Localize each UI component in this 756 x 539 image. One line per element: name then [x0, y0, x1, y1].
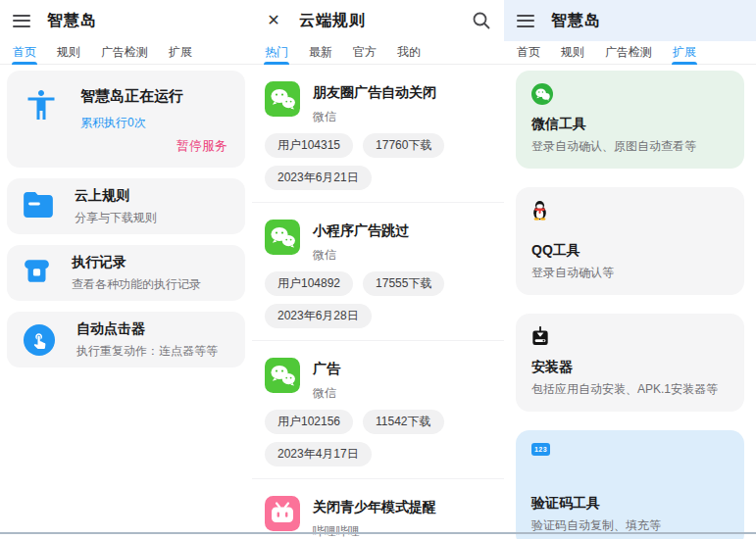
- home-panel: 智慧岛 首页 规则 广告检测 扩展 智慧岛正在运行 累积执行0次 暂停服务: [0, 0, 252, 539]
- rule-title: 广告: [313, 361, 340, 378]
- tab-official[interactable]: 官方: [353, 41, 377, 64]
- downloads-chip: 11542下载: [363, 410, 443, 434]
- folder-icon: [24, 192, 53, 221]
- card-title: 执行记录: [72, 254, 201, 271]
- wechat-icon: [265, 358, 300, 393]
- status-title: 智慧岛正在运行: [80, 87, 183, 106]
- cloud-rules-panel: ✕ 云端规则 热门 最新 官方 我的 朋友圈广告自动关闭 微信: [252, 0, 504, 539]
- extensions-header: 智慧岛: [504, 0, 756, 41]
- bilibili-icon: [265, 496, 300, 531]
- date-chip: 2023年4月17日: [265, 442, 372, 466]
- search-icon[interactable]: [472, 11, 491, 30]
- home-tabbar: 首页 规则 广告检测 扩展: [0, 41, 252, 65]
- extension-title: 微信工具: [531, 116, 729, 133]
- wechat-icon: [265, 81, 300, 117]
- tab-rules[interactable]: 规则: [57, 41, 80, 64]
- card-title: 自动点击器: [76, 320, 218, 338]
- cloud-rules-header: ✕ 云端规则: [252, 0, 504, 41]
- installer-icon: [531, 326, 729, 350]
- extension-subtitle: 登录自动确认等: [531, 265, 729, 281]
- sms-code-tools-card[interactable]: 123 验证码工具 验证码自动复制、填充等: [516, 430, 744, 539]
- auto-clicker-card[interactable]: 自动点击器 执行重复动作：连点器等等: [7, 312, 245, 368]
- rule-app: 哔哩哔哩: [313, 523, 436, 539]
- extension-subtitle: 包括应用自动安装、APK.1安装器等: [531, 381, 729, 398]
- list-item[interactable]: 广告 微信 用户102156 11542下载 2023年4月17日: [252, 341, 504, 479]
- rules-tabbar: 热门 最新 官方 我的: [252, 41, 504, 65]
- list-item[interactable]: 关闭青少年模式提醒 哔哩哔哩 用户100001 10742下载 2023年3月1…: [252, 479, 504, 539]
- extensions-panel: 智慧岛 首页 规则 广告检测 扩展 微信工具 登录自动确认、原图自动查看等: [504, 0, 756, 539]
- sms-code-icon: 123: [531, 443, 550, 456]
- auto-clicker-icon: [24, 324, 55, 356]
- app-window: 智慧岛 首页 规则 广告检测 扩展 智慧岛正在运行 累积执行0次 暂停服务: [0, 0, 756, 539]
- service-status-card[interactable]: 智慧岛正在运行 累积执行0次 暂停服务: [7, 71, 245, 168]
- extension-title: 安装器: [531, 359, 729, 376]
- page-title: 智慧岛: [47, 11, 97, 31]
- card-subtitle: 执行重复动作：连点器等等: [76, 343, 218, 360]
- rule-app: 微信: [313, 385, 340, 402]
- tab-home[interactable]: 首页: [13, 41, 36, 64]
- tab-extensions[interactable]: 扩展: [673, 41, 696, 64]
- tab-extensions[interactable]: 扩展: [169, 41, 192, 64]
- home-header: 智慧岛: [0, 0, 252, 41]
- record-icon: [24, 258, 50, 288]
- extensions-content: 微信工具 登录自动确认、原图自动查看等 QQ工具 登录自动确认等 安装器: [504, 65, 756, 539]
- list-item[interactable]: 小程序广告跳过 微信 用户104892 17555下载 2023年6月28日: [252, 203, 504, 341]
- installer-card[interactable]: 安装器 包括应用自动安装、APK.1安装器等: [516, 314, 744, 412]
- wechat-tools-card[interactable]: 微信工具 登录自动确认、原图自动查看等: [516, 71, 744, 169]
- window-bottom-edge: [0, 532, 756, 534]
- rules-list: 朋友圈广告自动关闭 微信 用户104315 17760下载 2023年6月21日: [252, 65, 504, 539]
- downloads-chip: 17555下载: [363, 271, 444, 296]
- users-chip: 用户104892: [265, 271, 353, 296]
- rule-title: 小程序广告跳过: [313, 222, 409, 240]
- page-title: 云端规则: [299, 11, 366, 31]
- execution-records-card[interactable]: 执行记录 查看各种功能的执行记录: [7, 245, 245, 301]
- extension-subtitle: 登录自动确认、原图自动查看等: [531, 138, 729, 155]
- tab-ad-detect[interactable]: 广告检测: [101, 41, 148, 64]
- wechat-circle-icon: [531, 83, 729, 109]
- accessibility-icon: [24, 87, 59, 153]
- pause-service-button[interactable]: 暂停服务: [176, 137, 227, 155]
- rule-title: 关闭青少年模式提醒: [313, 499, 436, 516]
- tab-mine[interactable]: 我的: [397, 41, 421, 64]
- close-icon[interactable]: ✕: [265, 12, 282, 29]
- tab-rules[interactable]: 规则: [561, 41, 584, 64]
- extensions-tabbar: 首页 规则 广告检测 扩展: [504, 41, 756, 65]
- qq-icon: [531, 200, 729, 224]
- tab-home[interactable]: 首页: [517, 41, 540, 64]
- home-content: 智慧岛正在运行 累积执行0次 暂停服务 云上规则 分享与下载规则: [0, 65, 252, 373]
- hamburger-menu-icon[interactable]: [13, 15, 30, 27]
- hamburger-menu-icon[interactable]: [517, 15, 534, 27]
- cloud-rules-card[interactable]: 云上规则 分享与下载规则: [7, 178, 245, 234]
- date-chip: 2023年6月28日: [265, 304, 372, 328]
- tab-ad-detect[interactable]: 广告检测: [605, 41, 652, 64]
- wechat-icon: [265, 220, 300, 255]
- rule-title: 朋友圈广告自动关闭: [313, 84, 436, 102]
- tab-hot[interactable]: 热门: [265, 41, 288, 64]
- qq-tools-card[interactable]: QQ工具 登录自动确认等: [516, 187, 744, 295]
- users-chip: 用户102156: [265, 410, 353, 434]
- date-chip: 2023年6月21日: [265, 166, 372, 190]
- card-subtitle: 分享与下载规则: [75, 210, 157, 226]
- rule-app: 微信: [313, 109, 436, 125]
- downloads-chip: 17760下载: [363, 133, 444, 158]
- users-chip: 用户104315: [265, 133, 353, 158]
- card-subtitle: 查看各种功能的执行记录: [72, 276, 201, 293]
- extension-title: QQ工具: [531, 242, 729, 260]
- list-item[interactable]: 朋友圈广告自动关闭 微信 用户104315 17760下载 2023年6月21日: [252, 65, 504, 203]
- extension-title: 验证码工具: [531, 495, 729, 513]
- status-exec-count: 累积执行0次: [80, 115, 183, 131]
- rule-app: 微信: [313, 247, 409, 264]
- tab-latest[interactable]: 最新: [309, 41, 332, 64]
- card-title: 云上规则: [75, 187, 157, 205]
- page-title: 智慧岛: [551, 11, 601, 31]
